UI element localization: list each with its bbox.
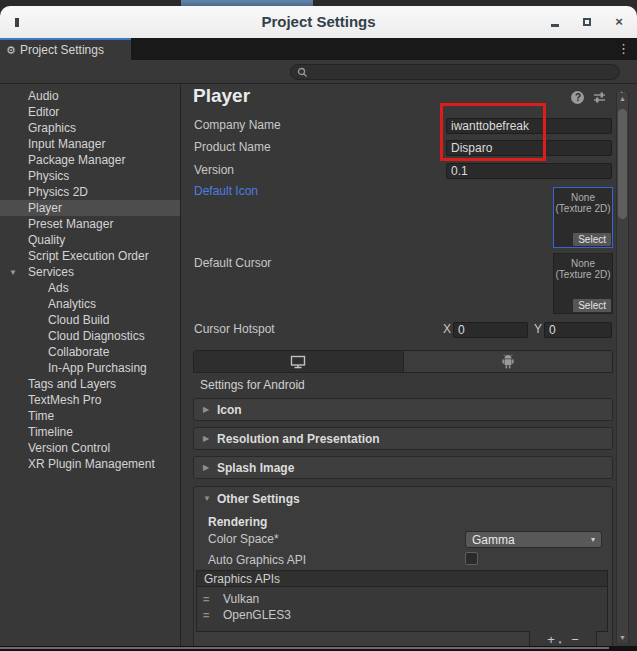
default-cursor-select-button[interactable]: Select (573, 299, 611, 312)
scroll-up-icon[interactable]: ▲ (617, 93, 628, 104)
sidebar-item-analytics[interactable]: Analytics (0, 296, 180, 312)
settings-for-platform-text: Settings for Android (200, 378, 305, 392)
other-settings-header[interactable]: ▼ Other Settings (194, 487, 612, 510)
monitor-icon (290, 355, 306, 369)
texture-none-line1: None (554, 192, 612, 203)
tab-platform-android[interactable] (404, 351, 613, 372)
platform-tab-group (193, 350, 613, 373)
foldout-closed-icon: ▶ (203, 463, 217, 472)
hotspot-x-label: X (443, 322, 451, 337)
foldout-splash-image[interactable]: ▶ Splash Image (193, 456, 613, 479)
default-icon-texture-well[interactable]: None (Texture 2D) Select (553, 187, 613, 248)
drag-handle-icon[interactable]: = (203, 609, 223, 621)
tab-label: Project Settings (20, 43, 104, 57)
foldout-closed-icon: ▶ (203, 434, 217, 443)
window-titlebar[interactable]: Project Settings × (0, 6, 637, 38)
default-cursor-texture-well[interactable]: None (Texture 2D) Select (553, 253, 613, 314)
texture-none-line2: (Texture 2D) (554, 203, 612, 214)
sidebar-item-ads[interactable]: Ads (0, 280, 180, 296)
product-name-field[interactable] (446, 140, 612, 156)
sidebar-item-player[interactable]: Player (0, 200, 180, 216)
preset-sliders-icon[interactable] (593, 91, 606, 104)
sidebar-item-cloud-diagnostics[interactable]: Cloud Diagnostics (0, 328, 180, 344)
default-icon-select-button[interactable]: Select (573, 233, 611, 246)
color-space-label: Color Space* (208, 532, 279, 547)
vertical-scrollbar[interactable]: ▲ ▼ (616, 93, 629, 643)
sidebar-item-in-app-purchasing[interactable]: In-App Purchasing (0, 360, 180, 376)
help-icon[interactable]: ? (571, 91, 584, 104)
hotspot-y-label: Y (534, 322, 542, 337)
window-resize-edge (0, 647, 609, 649)
version-label: Version (194, 163, 234, 178)
sidebar-item-xr-plugin-management[interactable]: XR Plugin Management (0, 456, 180, 472)
graphics-apis-header: Graphics APIs (197, 571, 607, 587)
sidebar-item-timeline[interactable]: Timeline (0, 424, 180, 440)
sidebar-item-cloud-build[interactable]: Cloud Build (0, 312, 180, 328)
texture-none-line2: (Texture 2D) (554, 269, 612, 280)
sidebar-item-quality[interactable]: Quality (0, 232, 180, 248)
page-title: Player (193, 85, 250, 107)
foldout-other-settings: ▼ Other Settings Rendering Color Space* … (193, 486, 613, 651)
chevron-down-icon: ▾ (591, 535, 595, 544)
color-space-value: Gamma (472, 533, 591, 547)
company-name-label: Company Name (194, 118, 281, 133)
maximize-icon (583, 18, 591, 26)
sidebar-item-graphics[interactable]: Graphics (0, 120, 180, 136)
auto-graphics-api-checkbox[interactable] (465, 552, 478, 565)
minimize-button[interactable] (549, 16, 561, 28)
search-icon (297, 67, 308, 78)
color-space-dropdown[interactable]: Gamma ▾ (465, 531, 602, 548)
sidebar-item-version-control[interactable]: Version Control (0, 440, 180, 456)
sidebar-item-tags-and-layers[interactable]: Tags and Layers (0, 376, 180, 392)
window-bottom-edge (0, 646, 637, 651)
foldout-closed-icon: ▶ (203, 405, 217, 414)
sidebar-item-preset-manager[interactable]: Preset Manager (0, 216, 180, 232)
sidebar-item-services[interactable]: ▼Services (0, 264, 180, 280)
list-item-vulkan[interactable]: = Vulkan (197, 591, 607, 607)
add-item-button[interactable]: + (543, 633, 559, 646)
version-field[interactable] (446, 163, 612, 179)
remove-item-button[interactable]: − (567, 633, 583, 646)
sidebar-item-audio[interactable]: Audio (0, 88, 180, 104)
player-settings-panel: Player ? ⚙ Company Name Product Name Ver… (182, 85, 637, 646)
texture-none-line1: None (554, 258, 612, 269)
foldout-icon[interactable]: ▶ Icon (193, 398, 613, 421)
scrollbar-thumb[interactable] (618, 109, 627, 219)
sidebar-item-time[interactable]: Time (0, 408, 180, 424)
hotspot-y-field[interactable] (544, 322, 612, 338)
company-name-field[interactable] (446, 118, 612, 134)
tab-project-settings[interactable]: ⚙ Project Settings (0, 38, 131, 60)
tab-platform-standalone[interactable] (194, 351, 404, 372)
default-icon-label: Default Icon (194, 184, 258, 199)
foldout-resolution-and-presentation[interactable]: ▶ Resolution and Presentation (193, 427, 613, 450)
sidebar-item-package-manager[interactable]: Package Manager (0, 152, 180, 168)
foldout-open-icon: ▼ (203, 494, 217, 503)
list-item-opengles3[interactable]: = OpenGLES3 (197, 607, 607, 623)
sidebar-item-textmesh-pro[interactable]: TextMesh Pro (0, 392, 180, 408)
sidebar-item-physics[interactable]: Physics (0, 168, 180, 184)
hotspot-x-field[interactable] (453, 322, 528, 338)
foldout-open-icon[interactable]: ▼ (9, 265, 17, 281)
minimize-icon (551, 24, 559, 27)
search-input[interactable] (311, 65, 611, 78)
android-icon (501, 354, 515, 369)
rendering-section-header: Rendering (208, 515, 267, 529)
tab-menu-kebab-icon[interactable]: ⋮ (617, 41, 630, 56)
scroll-down-icon[interactable]: ▼ (617, 632, 628, 643)
sidebar-item-physics-2d[interactable]: Physics 2D (0, 184, 180, 200)
dock-tabbar: ⚙ Project Settings ⋮ (0, 38, 637, 60)
drag-handle-icon[interactable]: = (203, 593, 223, 605)
sidebar-item-input-manager[interactable]: Input Manager (0, 136, 180, 152)
search-box[interactable] (290, 64, 620, 80)
gear-icon: ⚙ (6, 45, 16, 56)
product-name-label: Product Name (194, 140, 271, 155)
window-title: Project Settings (0, 13, 637, 30)
add-dropdown-caret-icon: ▾ (559, 639, 562, 645)
sidebar-item-collaborate[interactable]: Collaborate (0, 344, 180, 360)
sidebar-item-script-execution-order[interactable]: Script Execution Order (0, 248, 180, 264)
window-controls: × (549, 6, 625, 38)
close-button[interactable]: × (613, 16, 625, 28)
maximize-button[interactable] (581, 16, 593, 28)
default-cursor-label: Default Cursor (194, 256, 271, 271)
sidebar-item-editor[interactable]: Editor (0, 104, 180, 120)
